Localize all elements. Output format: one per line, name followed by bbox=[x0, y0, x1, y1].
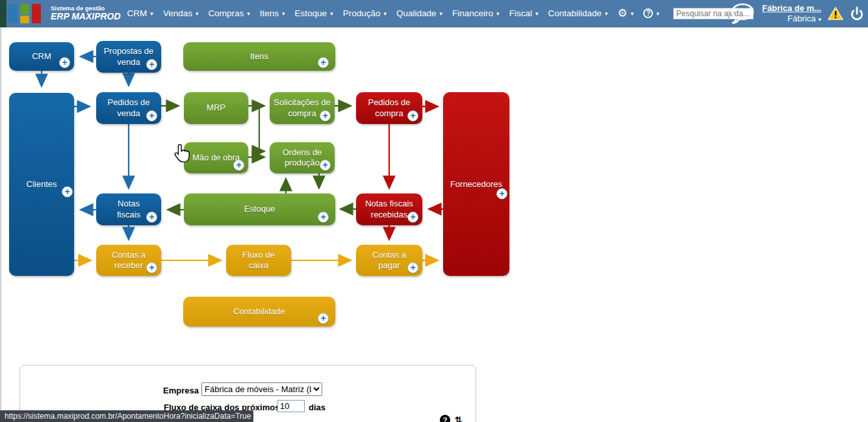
menu-label: Contabilidade bbox=[548, 8, 602, 18]
help-menu[interactable]: ?▾ bbox=[643, 8, 659, 18]
node-clientes[interactable]: Clientes + bbox=[9, 93, 74, 276]
node-ordens-de-producao[interactable]: Ordens de produção + bbox=[270, 142, 335, 173]
power-icon[interactable] bbox=[850, 6, 864, 21]
menu-label: Financeiro bbox=[452, 8, 493, 18]
company-label: Fábrica bbox=[787, 14, 815, 24]
chevron-down-icon: ▾ bbox=[282, 10, 285, 17]
add-icon[interactable]: + bbox=[59, 57, 70, 68]
node-label: MRP bbox=[203, 103, 229, 113]
add-icon[interactable]: + bbox=[146, 262, 157, 273]
node-fornecedores[interactable]: Fornecedores + bbox=[443, 92, 509, 276]
add-icon[interactable]: + bbox=[146, 59, 157, 70]
node-label: Itens bbox=[246, 51, 272, 62]
add-icon[interactable]: + bbox=[62, 186, 73, 197]
menu-contabilidade[interactable]: Contabilidade▾ bbox=[548, 8, 607, 18]
warning-icon[interactable] bbox=[828, 6, 843, 21]
refresh-icon[interactable]: ⇅ bbox=[455, 415, 463, 422]
add-icon[interactable]: + bbox=[318, 313, 329, 324]
top-navigation-bar: Sistema de gestão ERP MAXIPROD CRM▾ Vend… bbox=[0, 0, 868, 27]
node-itens[interactable]: Itens + bbox=[183, 42, 335, 71]
menu-crm[interactable]: CRM▾ bbox=[127, 8, 153, 18]
node-notas-fiscais[interactable]: Notas fiscais + bbox=[96, 193, 161, 225]
account-link[interactable]: Fábrica de m... bbox=[762, 3, 821, 14]
main-menu: CRM▾ Vendas▾ Compras▾ Itens▾ Estoque▾ Pr… bbox=[127, 8, 754, 19]
menu-qualidade[interactable]: Qualidade▾ bbox=[396, 8, 442, 18]
menu-vendas[interactable]: Vendas▾ bbox=[163, 8, 199, 18]
node-label: Estoque bbox=[240, 204, 279, 214]
menu-financeiro[interactable]: Financeiro▾ bbox=[452, 8, 500, 18]
dias-label: dias bbox=[309, 403, 326, 412]
help-icon: ? bbox=[643, 8, 653, 18]
node-label: CRM bbox=[28, 51, 55, 62]
menu-fiscal[interactable]: Fiscal▾ bbox=[509, 8, 539, 18]
empresa-select[interactable]: Fábrica de móveis - Matriz (LP) bbox=[201, 382, 322, 396]
erp-flow-diagram: CRM + Propostas de venda + Itens + Clien… bbox=[1, 28, 868, 422]
menu-label: Compras bbox=[208, 8, 244, 18]
add-icon[interactable]: + bbox=[407, 110, 418, 121]
menu-label: Produção bbox=[343, 8, 381, 18]
company-dropdown[interactable]: Fábrica▾ bbox=[787, 14, 821, 24]
chevron-down-icon: ▾ bbox=[535, 10, 539, 17]
add-icon[interactable]: + bbox=[407, 212, 418, 223]
menu-estoque[interactable]: Estoque▾ bbox=[295, 8, 333, 18]
add-icon[interactable]: + bbox=[233, 160, 244, 171]
node-label: Contas a pagar bbox=[368, 250, 410, 271]
node-mao-de-obra[interactable]: Mão de obra + bbox=[184, 142, 248, 173]
content-area: CRM + Propostas de venda + Itens + Clien… bbox=[0, 27, 868, 422]
node-label: Contabilidade bbox=[229, 306, 289, 317]
node-contas-a-receber[interactable]: Contas a receber + bbox=[96, 245, 161, 276]
node-fluxo-de-caixa[interactable]: Fluxo de caixa bbox=[226, 245, 291, 276]
chevron-down-icon: ▾ bbox=[605, 10, 608, 17]
logo-edge-strip bbox=[0, 0, 6, 27]
add-icon[interactable]: + bbox=[320, 160, 331, 171]
empresa-label: Empresa bbox=[163, 386, 199, 395]
menu-producao[interactable]: Produção▾ bbox=[343, 8, 387, 18]
add-icon[interactable]: + bbox=[146, 212, 157, 223]
dias-input[interactable] bbox=[277, 400, 305, 412]
question-icon[interactable]: ? bbox=[440, 415, 450, 422]
node-label: Pedidos de compra bbox=[364, 97, 414, 119]
chevron-down-icon: ▾ bbox=[247, 10, 250, 17]
add-icon[interactable]: + bbox=[496, 188, 507, 199]
node-mrp[interactable]: MRP bbox=[184, 92, 248, 124]
chevron-down-icon: ▾ bbox=[150, 10, 153, 17]
node-estoque[interactable]: Estoque + bbox=[184, 193, 335, 225]
chat-bubble-icon[interactable] bbox=[728, 3, 756, 25]
menu-label: Fiscal bbox=[509, 8, 532, 18]
menu-compras[interactable]: Compras▾ bbox=[208, 8, 249, 18]
status-bar-url: https://sistema.maxiprod.com.br/Apontame… bbox=[0, 410, 253, 422]
menu-label: Vendas bbox=[163, 8, 192, 18]
menu-itens[interactable]: Itens▾ bbox=[260, 8, 285, 18]
add-icon[interactable]: + bbox=[318, 212, 329, 223]
node-notas-fiscais-recebidas[interactable]: Notas fiscais recebidas + bbox=[356, 193, 422, 225]
node-label: Contas a receber bbox=[108, 250, 149, 271]
node-label: Notas fiscais bbox=[113, 199, 144, 220]
node-pedidos-de-venda[interactable]: Pedidos de venda + bbox=[96, 92, 161, 124]
node-crm[interactable]: CRM + bbox=[9, 42, 74, 71]
chevron-down-icon: ▾ bbox=[631, 10, 634, 17]
menu-label: Itens bbox=[260, 8, 279, 18]
add-icon[interactable]: + bbox=[146, 110, 157, 121]
chevron-down-icon: ▾ bbox=[383, 10, 387, 17]
menu-label: Qualidade bbox=[396, 8, 437, 18]
node-contabilidade[interactable]: Contabilidade + bbox=[183, 297, 335, 327]
settings-menu[interactable]: ⚙▾ bbox=[618, 8, 634, 19]
menu-label: Estoque bbox=[295, 8, 327, 18]
node-label: Ordens de produção bbox=[279, 147, 326, 169]
app-logo[interactable]: Sistema de gestão ERP MAXIPROD bbox=[8, 4, 121, 23]
chevron-down-icon: ▾ bbox=[818, 16, 821, 23]
add-icon[interactable]: + bbox=[318, 57, 329, 68]
node-solicitacoes-de-compra[interactable]: Solicitações de compra + bbox=[270, 92, 335, 124]
chevron-down-icon: ▾ bbox=[656, 10, 659, 17]
node-propostas-de-venda[interactable]: Propostas de venda + bbox=[96, 41, 161, 73]
logo-brand: ERP MAXIPROD bbox=[51, 12, 121, 21]
chevron-down-icon: ▾ bbox=[440, 10, 443, 17]
node-pedidos-de-compra[interactable]: Pedidos de compra + bbox=[356, 92, 422, 124]
logo-bars-icon bbox=[8, 4, 45, 23]
chevron-down-icon: ▾ bbox=[196, 10, 199, 17]
chevron-down-icon: ▾ bbox=[496, 10, 500, 17]
menu-label: CRM bbox=[127, 8, 147, 18]
node-contas-a-pagar[interactable]: Contas a pagar + bbox=[356, 245, 422, 276]
add-icon[interactable]: + bbox=[320, 110, 331, 121]
add-icon[interactable]: + bbox=[407, 262, 418, 273]
